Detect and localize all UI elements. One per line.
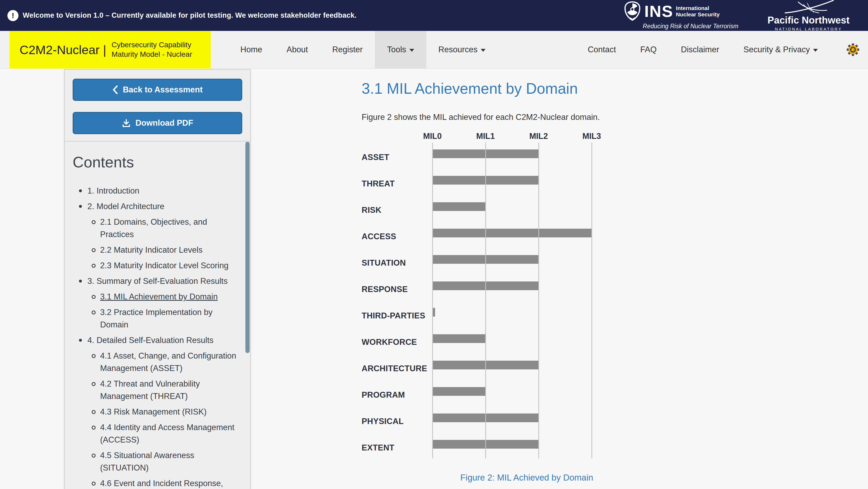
chart-bar [432, 334, 486, 343]
contents-item[interactable]: 3. Summary of Self-Evaluation Results [73, 275, 243, 287]
nav-item-home[interactable]: Home [228, 31, 275, 68]
contents-item[interactable]: 4. Detailed Self-Evaluation Results [73, 334, 243, 347]
sidebar-header: Back to Assessment Download PDF [65, 70, 250, 141]
pnnl-name: Pacific Northwest [768, 15, 849, 26]
caret-down-icon [409, 49, 414, 52]
back-button-label: Back to Assessment [123, 85, 203, 95]
nav-item-label: Home [240, 45, 262, 55]
main-content: 3.1 MIL Achievement by Domain Figure 2 s… [362, 79, 758, 483]
pnnl-swoosh-icon [782, 0, 835, 15]
settings-gear-icon[interactable] [838, 31, 868, 68]
contents-item[interactable]: 2. Model Architecture [73, 200, 243, 213]
nav-left-group: HomeAboutRegisterToolsResources [228, 31, 498, 68]
chart-domain-label: PROGRAM [362, 380, 432, 406]
nav-item-faq[interactable]: FAQ [628, 31, 669, 68]
contents-item[interactable]: 4.5 Situational Awareness (SITUATION) [73, 449, 243, 474]
ins-logo: INS International Nuclear Security Reduc… [623, 1, 738, 30]
chart-domain-label: THREAT [362, 169, 432, 195]
contents-item[interactable]: 2.2 Maturity Indicator Levels [73, 244, 243, 256]
download-button-label: Download PDF [135, 118, 193, 128]
chart-domain-label: PHYSICAL [362, 406, 432, 433]
nav-item-about[interactable]: About [275, 31, 320, 68]
chart-row: EXTENT [362, 433, 601, 459]
contents-item[interactable]: 3.1 MIL Achievement by Domain [73, 290, 243, 303]
chart-bar-track [432, 222, 601, 248]
banner-logos: INS International Nuclear Security Reduc… [623, 0, 868, 31]
back-to-assessment-button[interactable]: Back to Assessment [73, 79, 242, 101]
chart-bar-track [432, 274, 601, 301]
chart-row: THREAT [362, 169, 601, 195]
chart-gridline [591, 142, 592, 458]
chart-row: WORKFORCE [362, 327, 601, 354]
chart-bar-track [432, 169, 601, 195]
download-pdf-button[interactable]: Download PDF [73, 112, 242, 134]
nav-item-contact[interactable]: Contact [576, 31, 628, 68]
nav-item-disclaimer[interactable]: Disclaimer [669, 31, 732, 68]
chart-gridline [538, 142, 539, 458]
brand-title: C2M2-Nuclear | [20, 42, 106, 57]
caret-down-icon [813, 49, 818, 52]
chart-bar [432, 202, 486, 211]
contents-item[interactable]: 4.2 Threat and Vulnerability Management … [73, 378, 243, 402]
chart-domain-label: RESPONSE [362, 274, 432, 301]
chart-axis-tick-label: MIL0 [411, 131, 454, 141]
pnnl-logo: Pacific Northwest NATIONAL LABORATORY [768, 0, 849, 31]
chart-row: THIRD-PARTIES [362, 301, 601, 327]
contents-item[interactable]: 4.6 Event and Incident Response, Continu… [73, 477, 243, 489]
ins-shield-icon [623, 1, 642, 22]
nav-item-label: Contact [588, 45, 616, 55]
contents-section: Contents 1. Introduction2. Model Archite… [65, 141, 250, 489]
contents-item[interactable]: 2.3 Maturity Indicator Level Scoring [73, 259, 243, 272]
chart-axis-tick-label: MIL3 [570, 131, 613, 141]
chart-bar-track [432, 406, 601, 433]
chart-bar-track [432, 248, 601, 274]
chart-domain-label: ARCHITECTURE [362, 354, 432, 380]
nav-item-label: Tools [387, 45, 406, 55]
page-description: Figure 2 shows the MIL achieved for each… [362, 111, 758, 123]
chart-bar [432, 387, 486, 396]
contents-item[interactable]: 2.1 Domains, Objectives, and Practices [73, 216, 243, 240]
chart-domain-label: ASSET [362, 142, 432, 169]
chart-gridline [485, 142, 486, 458]
nav-item-tools[interactable]: Tools [375, 31, 426, 68]
contents-list: 1. Introduction2. Model Architecture2.1 … [73, 185, 243, 489]
contents-item[interactable]: 3.2 Practice Implementation by Domain [73, 306, 243, 331]
mil-achievement-chart: MIL0MIL1MIL2MIL3 ASSETTHREATRISKACCESSSI… [362, 131, 758, 483]
ins-name: INS [644, 3, 673, 20]
nav-item-label: Resources [438, 45, 477, 55]
nav-item-label: Disclaimer [681, 45, 719, 55]
contents-item[interactable]: 4.1 Asset, Change, and Configuration Man… [73, 350, 243, 374]
chart-gridline [432, 142, 433, 458]
brand-subtitle: Cybersecurity Capability Maturity Model … [112, 40, 192, 59]
chart-row: ASSET [362, 142, 601, 169]
nav-item-register[interactable]: Register [320, 31, 375, 68]
chart-row: ARCHITECTURE [362, 354, 601, 380]
chart-bar-track [432, 195, 601, 222]
chart-row: RISK [362, 195, 601, 222]
chart-domain-label: RISK [362, 195, 432, 222]
chart-rows: ASSETTHREATRISKACCESSSITUATIONRESPONSETH… [362, 142, 601, 458]
caret-down-icon [481, 49, 486, 52]
chart-domain-label: ACCESS [362, 222, 432, 248]
ins-subtitle: International Nuclear Security [676, 5, 720, 18]
brand-logo[interactable]: C2M2-Nuclear | Cybersecurity Capability … [9, 31, 211, 68]
navbar: C2M2-Nuclear | Cybersecurity Capability … [0, 31, 868, 69]
chart-bar-track [432, 327, 601, 354]
nav-item-resources[interactable]: Resources [426, 31, 498, 68]
nav-item-label: FAQ [640, 45, 657, 55]
alert-icon: ! [7, 10, 19, 21]
chart-column-headers: MIL0MIL1MIL2MIL3 [362, 131, 601, 142]
chart-bar-track [432, 301, 601, 327]
chart-bar-track [432, 433, 601, 459]
contents-title: Contents [73, 153, 243, 171]
contents-item[interactable]: 1. Introduction [73, 185, 243, 197]
nav-item-security-privacy[interactable]: Security & Privacy [731, 31, 830, 68]
chart-row: RESPONSE [362, 274, 601, 301]
nav-right-group: ContactFAQDisclaimerSecurity & Privacy [576, 31, 830, 68]
contents-item[interactable]: 4.3 Risk Management (RISK) [73, 405, 243, 418]
chart-axis-tick-label: MIL2 [518, 131, 560, 141]
contents-item[interactable]: 4.4 Identity and Access Management (ACCE… [73, 421, 243, 446]
chart-domain-label: THIRD-PARTIES [362, 301, 432, 327]
sidebar-scrollbar-thumb[interactable] [245, 142, 250, 353]
chart-bar-track [432, 380, 601, 406]
